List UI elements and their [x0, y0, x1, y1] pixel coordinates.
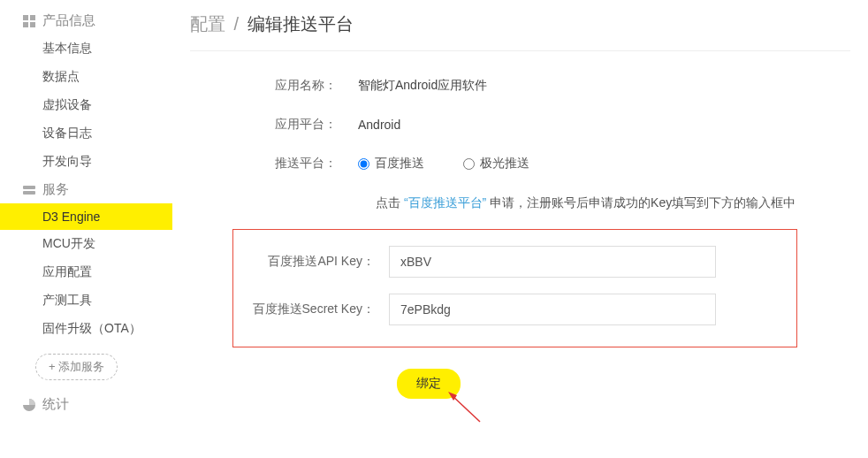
- sidebar-item-basic-info[interactable]: 基本信息: [0, 34, 172, 63]
- service-icon: [23, 184, 35, 196]
- sidebar-section-service: 服务: [0, 176, 172, 203]
- breadcrumb-sep: /: [231, 14, 243, 34]
- breadcrumb-current: 编辑推送平台: [247, 14, 354, 34]
- push-option-label: 百度推送: [375, 156, 424, 172]
- sidebar-section-product: 产品信息: [0, 7, 172, 34]
- grid-icon: [23, 15, 35, 27]
- sidebar-item-app-config[interactable]: 应用配置: [0, 258, 172, 286]
- add-service-button[interactable]: + 添加服务: [35, 354, 118, 380]
- api-key-input[interactable]: [389, 246, 716, 278]
- sidebar-item-mcu-dev[interactable]: MCU开发: [0, 230, 172, 258]
- svg-rect-4: [23, 186, 35, 189]
- push-option-jiguang[interactable]: 极光推送: [463, 156, 529, 172]
- svg-rect-0: [23, 15, 28, 20]
- svg-line-6: [452, 395, 480, 422]
- pointer-arrow-icon: [446, 388, 482, 424]
- hint-suffix: 申请，注册账号后申请成功的Key填写到下方的输入框中: [490, 195, 796, 210]
- svg-rect-3: [30, 22, 35, 27]
- platform-label: 应用平台：: [243, 117, 358, 133]
- app-name-label: 应用名称：: [243, 78, 358, 94]
- baidu-push-link[interactable]: “百度推送平台”: [404, 195, 486, 210]
- sidebar-section-stats: 统计: [0, 391, 172, 418]
- breadcrumb: 配置 / 编辑推送平台: [190, 9, 850, 51]
- sidebar-section-title: 产品信息: [42, 12, 95, 29]
- key-input-box: 百度推送API Key： 百度推送Secret Key：: [232, 229, 797, 347]
- secret-key-input[interactable]: [389, 294, 716, 325]
- sidebar-item-device-log[interactable]: 设备日志: [0, 119, 172, 148]
- svg-rect-2: [23, 22, 28, 27]
- breadcrumb-parent: 配置: [190, 14, 225, 34]
- secret-key-label: 百度推送Secret Key：: [246, 302, 389, 317]
- push-option-label: 极光推送: [480, 156, 529, 172]
- hint-text: 点击 “百度推送平台” 申请，注册账号后申请成功的Key填写到下方的输入框中: [376, 195, 850, 211]
- sidebar-item-d3-engine[interactable]: D3 Engine: [0, 203, 172, 230]
- svg-rect-1: [30, 15, 35, 20]
- sidebar-item-data-point[interactable]: 数据点: [0, 63, 172, 91]
- sidebar-section-title: 服务: [42, 181, 69, 198]
- api-key-label: 百度推送API Key：: [246, 254, 389, 270]
- sidebar-item-ota[interactable]: 固件升级（OTA）: [0, 315, 172, 343]
- push-option-baidu[interactable]: 百度推送: [358, 156, 424, 172]
- hint-prefix: 点击: [376, 195, 400, 210]
- svg-rect-5: [23, 191, 35, 195]
- sidebar-item-test-tool[interactable]: 产测工具: [0, 286, 172, 315]
- push-platform-label: 推送平台：: [243, 156, 358, 172]
- sidebar-item-virtual-device[interactable]: 虚拟设备: [0, 91, 172, 119]
- sidebar-section-title: 统计: [42, 396, 69, 413]
- pie-icon: [23, 399, 35, 411]
- radio-jiguang[interactable]: [463, 158, 475, 170]
- app-name-value: 智能灯Android应用软件: [358, 78, 487, 94]
- sidebar-item-dev-guide[interactable]: 开发向导: [0, 148, 172, 176]
- platform-value: Android: [358, 118, 400, 132]
- radio-baidu[interactable]: [358, 158, 369, 170]
